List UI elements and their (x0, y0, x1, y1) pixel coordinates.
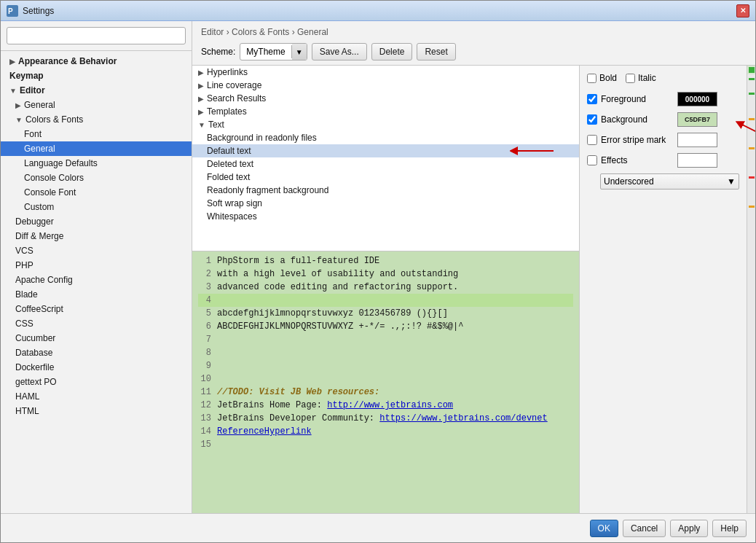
apply-button[interactable]: Apply (670, 520, 708, 537)
color-item-bg-readonly[interactable]: Background in readonly files (192, 131, 579, 144)
sidebar-item-language-defaults[interactable]: Language Defaults (1, 156, 192, 171)
preview-line-9: 9 (198, 359, 573, 372)
ok-button[interactable]: OK (590, 520, 618, 537)
color-item-line-coverage[interactable]: ▶ Line coverage (192, 79, 579, 92)
sidebar-tree: ▶ Appearance & Behavior Keymap ▼ Editor … (1, 51, 192, 513)
sidebar: ▶ Appearance & Behavior Keymap ▼ Editor … (1, 21, 192, 513)
preview-line-3: 3 advanced code editing and refactoring … (198, 281, 573, 294)
background-checkbox[interactable] (587, 114, 597, 125)
preview-line-6: 6 ABCDEFGHIJKLMNOPQRSTUVWXYZ +-*/= .,;:!… (198, 320, 573, 333)
foreground-color-box[interactable]: 000000 (677, 92, 717, 106)
sidebar-item-console-colors[interactable]: Console Colors (1, 171, 192, 185)
right-markers (747, 74, 755, 513)
color-item-readonly-fragment[interactable]: Readonly fragment background (192, 184, 579, 197)
italic-checkbox[interactable] (626, 74, 635, 83)
scheme-select[interactable]: MyTheme ▼ (240, 43, 307, 60)
italic-option: Italic (626, 73, 656, 83)
background-label: Background (601, 114, 674, 125)
arrow-icon: ▶ (198, 108, 204, 116)
sidebar-item-diff-merge[interactable]: Diff & Merge (1, 229, 192, 243)
marker-orange-1 (749, 118, 755, 120)
effects-checkbox[interactable] (587, 155, 597, 165)
scheme-bar: Scheme: MyTheme ▼ Save As... Delete Rese… (201, 43, 747, 60)
arrow-icon: ▶ (198, 95, 204, 103)
sidebar-item-custom[interactable]: Custom (1, 200, 192, 214)
color-item-folded-text[interactable]: Folded text (192, 171, 579, 184)
sidebar-item-general-selected[interactable]: General (1, 141, 192, 156)
sidebar-item-html[interactable]: HTML (1, 404, 192, 418)
sidebar-item-haml[interactable]: HAML (1, 389, 192, 404)
error-stripe-color-box[interactable] (677, 133, 717, 147)
sidebar-item-console-font[interactable]: Console Font (1, 185, 192, 200)
effects-dropdown-row: Underscored ▼ (587, 173, 739, 190)
color-item-search-results[interactable]: ▶ Search Results (192, 92, 579, 105)
arrow-icon: ▶ (15, 101, 21, 109)
arrow-icon: ▶ (9, 58, 15, 66)
main-panel: Editor › Colors & Fonts › General Scheme… (192, 21, 755, 513)
error-stripe-label: Error stripe mark (601, 135, 674, 145)
sidebar-item-gettext-po[interactable]: gettext PO (1, 375, 192, 389)
color-item-default-text[interactable]: Default text (192, 144, 579, 157)
sidebar-item-blade[interactable]: Blade (1, 287, 192, 302)
arrow-icon: ▼ (198, 121, 205, 129)
color-item-templates[interactable]: ▶ Templates (192, 105, 579, 118)
background-row: Background C5DFB7 (587, 112, 739, 127)
sidebar-item-appearance[interactable]: ▶ Appearance & Behavior (1, 54, 192, 69)
preview-line-11: 11 //TODO: Visit JB Web resources: (198, 386, 573, 399)
sidebar-item-editor[interactable]: ▼ Editor (1, 83, 192, 98)
effects-dropdown[interactable]: Underscored ▼ (600, 173, 739, 190)
sidebar-item-font[interactable]: Font (1, 127, 192, 141)
color-item-deleted-text[interactable]: Deleted text (192, 157, 579, 171)
preview-line-8: 8 (198, 346, 573, 359)
preview-panel: 1 PhpStorm is a full-featured IDE 2 with… (192, 251, 579, 513)
bold-checkbox[interactable] (587, 74, 596, 83)
save-as-button[interactable]: Save As... (312, 43, 367, 60)
preview-line-12: 12 JetBrains Home Page: http://www.jetbr… (198, 399, 573, 412)
foreground-row: Foreground 000000 (587, 92, 739, 106)
sidebar-item-keymap[interactable]: Keymap (1, 69, 192, 83)
sidebar-item-database[interactable]: Database (1, 345, 192, 360)
cancel-button[interactable]: Cancel (623, 520, 666, 537)
main-content: ▶ Appearance & Behavior Keymap ▼ Editor … (1, 21, 755, 513)
delete-button[interactable]: Delete (371, 43, 413, 60)
window-title: Settings (23, 6, 736, 16)
color-item-whitespaces[interactable]: Whitespaces (192, 210, 579, 223)
sidebar-item-css[interactable]: CSS (1, 316, 192, 331)
bottom-bar: OK Cancel Apply Help (1, 513, 755, 542)
sidebar-item-coffeescript[interactable]: CoffeeScript (1, 302, 192, 316)
close-button[interactable]: ✕ (736, 4, 749, 17)
search-input[interactable] (7, 27, 186, 44)
preview-line-15: 15 (198, 438, 573, 451)
help-button[interactable]: Help (712, 520, 747, 537)
sidebar-item-apache-config[interactable]: Apache Config (1, 273, 192, 287)
font-options: Bold Italic (587, 73, 739, 83)
bold-label: Bold (599, 73, 617, 83)
color-item-text[interactable]: ▼ Text (192, 118, 579, 131)
sidebar-item-dockerfile[interactable]: Dockerfile (1, 360, 192, 375)
foreground-label: Foreground (601, 94, 674, 104)
color-item-hyperlinks[interactable]: ▶ Hyperlinks (192, 66, 579, 79)
foreground-checkbox[interactable] (587, 94, 597, 104)
color-item-soft-wrap[interactable]: Soft wrap sign (192, 197, 579, 210)
sidebar-item-vcs[interactable]: VCS (1, 243, 192, 258)
settings-window: P Settings ✕ ▶ Appearance & Behavior Key… (0, 0, 756, 543)
scheme-label: Scheme: (201, 47, 235, 57)
preview-line-2: 2 with a high level of usability and out… (198, 267, 573, 281)
arrow-icon: ▼ (15, 116, 23, 124)
reset-button[interactable]: Reset (417, 43, 455, 60)
sidebar-item-php[interactable]: PHP (1, 258, 192, 273)
effects-color-box[interactable] (677, 153, 717, 168)
sidebar-item-colors-fonts[interactable]: ▼ Colors & Fonts (1, 112, 192, 127)
main-header: Editor › Colors & Fonts › General Scheme… (192, 21, 755, 66)
background-color-box[interactable]: C5DFB7 (677, 112, 717, 127)
sidebar-item-cucumber[interactable]: Cucumber (1, 331, 192, 345)
sidebar-item-general[interactable]: ▶ General (1, 98, 192, 112)
color-tree-panel: ▶ Hyperlinks ▶ Line coverage ▶ Search Re… (192, 66, 579, 251)
scheme-dropdown-arrow[interactable]: ▼ (292, 43, 307, 60)
error-stripe-row: Error stripe mark (587, 133, 739, 147)
left-panel: ▶ Hyperlinks ▶ Line coverage ▶ Search Re… (192, 66, 579, 513)
sidebar-item-debugger[interactable]: Debugger (1, 214, 192, 229)
error-stripe-checkbox[interactable] (587, 135, 597, 145)
effects-label: Effects (601, 155, 674, 165)
marker-green-1 (749, 78, 755, 80)
